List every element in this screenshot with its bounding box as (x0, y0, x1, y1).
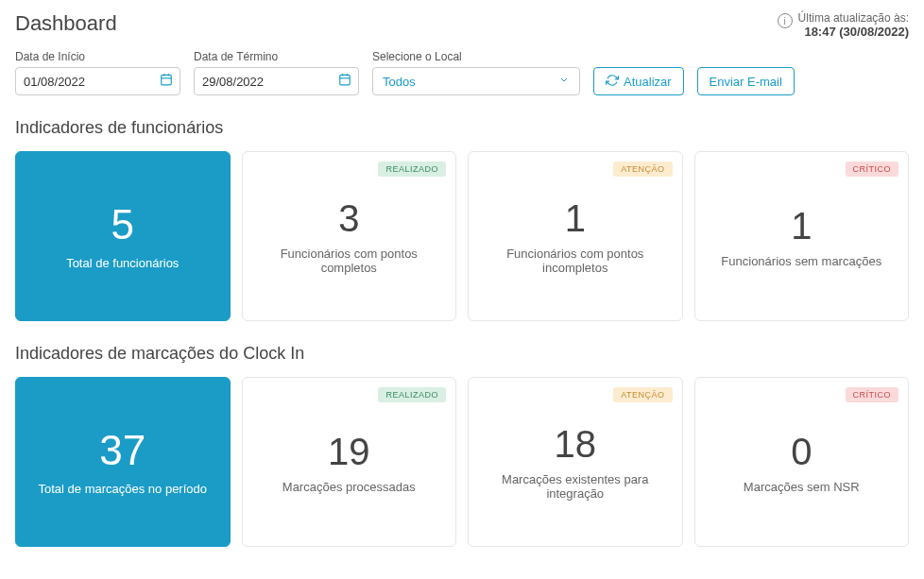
card-label: Funcionários com pontos incompletos (480, 247, 671, 275)
card-value: 5 (111, 202, 134, 247)
chevron-down-icon (558, 75, 570, 89)
card-label: Marcações existentes para integração (480, 472, 671, 501)
last-update: i Última atualização às: 18:47 (30/08/20… (778, 11, 909, 39)
status-badge: ATENÇÃO (613, 162, 672, 177)
employee-cards: 5 Total de funcionários REALIZADO 3 Func… (15, 151, 909, 321)
filter-bar: Data de Início Data de Término Selecione… (15, 50, 909, 95)
page-title: Dashboard (15, 11, 117, 36)
status-badge: REALIZADO (378, 387, 446, 402)
card-value: 18 (555, 423, 597, 465)
location-value: Todos (383, 75, 416, 89)
card-label: Marcações processadas (282, 480, 416, 494)
card-employees-no-marks[interactable]: CRÍTICO 1 Funcionários sem marcações (694, 151, 910, 321)
card-value: 19 (328, 431, 370, 472)
status-badge: CRÍTICO (846, 162, 899, 177)
end-date-input[interactable] (194, 67, 359, 95)
card-value: 1 (565, 197, 586, 239)
status-badge: ATENÇÃO (613, 387, 672, 402)
send-email-label: Enviar E-mail (710, 75, 782, 89)
card-label: Funcionários sem marcações (721, 254, 881, 268)
card-value: 37 (99, 428, 145, 473)
status-badge: REALIZADO (378, 162, 446, 177)
refresh-button[interactable]: Atualizar (593, 67, 684, 95)
last-update-label: Última atualização às: (798, 11, 909, 25)
status-badge: CRÍTICO (846, 387, 899, 402)
section-title-employees: Indicadores de funcionários (15, 118, 909, 138)
refresh-label: Atualizar (624, 75, 672, 89)
location-group: Selecione o Local Todos (372, 50, 580, 95)
card-marks-integration[interactable]: ATENÇÃO 18 Marcações existentes para int… (468, 377, 683, 547)
start-date-input[interactable] (15, 67, 180, 95)
card-label: Marcações sem NSR (744, 480, 860, 494)
last-update-time: 18:47 (30/08/2022) (798, 25, 909, 39)
end-date-label: Data de Término (194, 50, 359, 63)
card-value: 3 (338, 197, 359, 239)
card-value: 0 (791, 431, 812, 472)
card-total-employees[interactable]: 5 Total de funcionários (15, 151, 231, 321)
refresh-icon (606, 74, 619, 90)
header: Dashboard i Última atualização às: 18:47… (15, 11, 909, 39)
card-marks-no-nsr[interactable]: CRÍTICO 0 Marcações sem NSR (694, 377, 910, 547)
start-date-group: Data de Início (15, 50, 180, 95)
card-employees-incomplete[interactable]: ATENÇÃO 1 Funcionários com pontos incomp… (468, 151, 683, 321)
card-marks-processed[interactable]: REALIZADO 19 Marcações processadas (242, 377, 457, 547)
section-title-clockin: Indicadores de marcações do Clock In (15, 344, 909, 364)
location-select[interactable]: Todos (372, 67, 580, 95)
card-label: Total de funcionários (66, 256, 179, 270)
card-value: 1 (791, 205, 812, 247)
info-icon: i (778, 13, 793, 28)
clockin-cards: 37 Total de marcações no período REALIZA… (15, 377, 909, 547)
card-total-marks[interactable]: 37 Total de marcações no período (15, 377, 231, 547)
card-label: Funcionários com pontos completos (254, 247, 445, 275)
location-label: Selecione o Local (372, 50, 580, 63)
card-label: Total de marcações no período (39, 482, 208, 496)
send-email-button[interactable]: Enviar E-mail (697, 67, 795, 95)
start-date-label: Data de Início (15, 50, 180, 63)
card-employees-complete[interactable]: REALIZADO 3 Funcionários com pontos comp… (242, 151, 457, 321)
end-date-group: Data de Término (194, 50, 359, 95)
